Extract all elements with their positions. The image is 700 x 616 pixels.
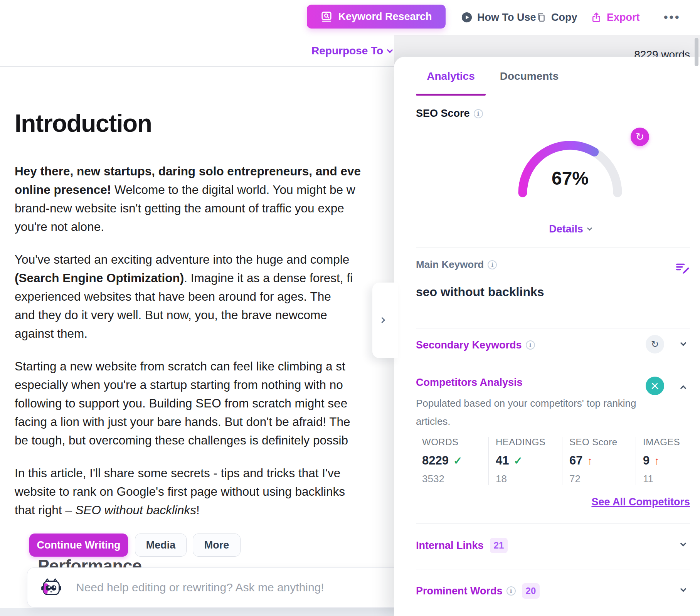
more-menu-button[interactable]: •••: [664, 0, 681, 35]
main-keyword-value: seo without backlinks: [416, 285, 544, 299]
refresh-score-button[interactable]: ↻: [631, 128, 649, 146]
stat-value: 8229✓: [422, 454, 485, 468]
active-tab-underline: [416, 94, 486, 96]
secondary-keywords-header[interactable]: Secondary Keywords i: [416, 333, 535, 357]
prominent-words-count-badge: 20: [522, 583, 540, 599]
repurpose-to-label: Repurpose To: [311, 45, 383, 57]
export-button[interactable]: Export: [591, 0, 640, 35]
ai-chat-bar[interactable]: Need help editing or rewriting? Ask me a…: [27, 567, 416, 608]
repurpose-to-dropdown[interactable]: Repurpose To: [311, 39, 392, 62]
competitors-subtitle: Populated based on your competitors' top…: [416, 394, 647, 431]
copy-icon: [536, 12, 547, 23]
keyword-research-label: Keyword Research: [338, 11, 432, 23]
seo-score-value: 67%: [508, 168, 632, 189]
keyword-research-button[interactable]: Keyword Research: [307, 5, 446, 29]
stat-seo-score: SEO Score67↑72: [562, 437, 636, 485]
divider: [416, 523, 690, 524]
divider: [416, 364, 690, 364]
internal-links-count-badge: 21: [490, 538, 508, 553]
chevron-right-icon: [379, 317, 385, 323]
info-icon[interactable]: i: [526, 340, 535, 350]
stat-value: 9↑: [643, 454, 686, 468]
export-label: Export: [607, 12, 640, 24]
check-icon: ✓: [513, 455, 522, 467]
competitors-analysis-label: Competitors Analysis: [416, 377, 523, 389]
main-keyword-label: Main Keyword: [416, 259, 484, 271]
scrollbar-thumb[interactable]: [695, 38, 698, 66]
stat-label: WORDS: [422, 437, 485, 448]
tools-icon[interactable]: [646, 377, 664, 395]
prominent-words-label: Prominent Words: [416, 585, 503, 597]
play-icon: [461, 12, 473, 23]
analytics-panel: Analytics Documents SEO Score i 67% ↻: [394, 57, 700, 616]
competitor-stats: WORDS8229✓3532HEADINGS41✓18SEO Score67↑7…: [422, 437, 690, 485]
stat-words: WORDS8229✓3532: [422, 437, 488, 485]
divider: [416, 328, 690, 328]
continue-writing-button[interactable]: Continue Writing: [29, 534, 128, 557]
chevron-down-icon: [387, 47, 393, 53]
top-header: Keyword Research How To Use Copy: [0, 0, 700, 35]
toolbar-divider: [0, 66, 397, 67]
stat-headings: HEADINGS41✓18: [488, 437, 562, 485]
robot-avatar: [40, 577, 62, 597]
prominent-words-header[interactable]: Prominent Words i 20: [416, 579, 540, 603]
chevron-down-icon[interactable]: [680, 340, 687, 346]
info-icon[interactable]: i: [474, 109, 483, 118]
chevron-up-icon[interactable]: [680, 385, 687, 392]
chevron-down-icon: [587, 226, 592, 231]
stat-images: IMAGES9↑11: [636, 437, 690, 485]
how-to-use-button[interactable]: How To Use: [461, 0, 536, 35]
info-icon[interactable]: i: [488, 260, 497, 269]
internal-links-header[interactable]: Internal Links 21: [416, 534, 508, 557]
edit-keyword-icon[interactable]: [675, 260, 690, 277]
up-arrow-icon: ↑: [654, 455, 660, 467]
check-icon: ✓: [453, 455, 462, 467]
up-arrow-icon: ↑: [587, 455, 592, 467]
stat-value: 67↑: [569, 454, 632, 468]
seo-score-header: SEO Score i: [416, 108, 483, 119]
tab-documents[interactable]: Documents: [498, 65, 560, 88]
seo-score-label: SEO Score: [416, 108, 470, 119]
tab-analytics[interactable]: Analytics: [416, 65, 486, 88]
see-all-competitors-link[interactable]: See All Competitors: [591, 496, 690, 508]
stat-competitor-value: 18: [496, 473, 558, 485]
stat-label: HEADINGS: [496, 437, 558, 448]
divider: [416, 247, 690, 247]
stat-competitor-value: 3532: [422, 473, 485, 485]
secondary-keywords-label: Secondary Keywords: [416, 339, 522, 351]
more-button[interactable]: More: [193, 534, 241, 557]
competitors-header[interactable]: Competitors Analysis: [416, 377, 523, 389]
info-icon[interactable]: i: [506, 586, 516, 596]
stat-competitor-value: 11: [643, 473, 686, 485]
stat-competitor-value: 72: [569, 473, 632, 485]
chat-input[interactable]: Need help editing or rewriting? Ask me a…: [76, 581, 324, 594]
copy-button[interactable]: Copy: [536, 0, 577, 35]
divider: [416, 569, 690, 569]
main-keyword-header: Main Keyword i: [416, 259, 497, 271]
chevron-down-icon[interactable]: [680, 540, 687, 547]
refresh-keywords-button[interactable]: ↻: [646, 335, 664, 353]
details-toggle[interactable]: Details: [508, 223, 632, 235]
panel-collapse-handle[interactable]: [372, 283, 398, 358]
how-to-use-label: How To Use: [477, 12, 536, 24]
stat-label: SEO Score: [569, 437, 632, 448]
chevron-down-icon[interactable]: [680, 586, 687, 592]
copy-label: Copy: [551, 12, 577, 24]
stat-label: IMAGES: [643, 437, 686, 448]
internal-links-label: Internal Links: [416, 540, 484, 552]
details-label: Details: [549, 223, 583, 235]
export-icon: [591, 12, 602, 23]
stat-value: 41✓: [496, 454, 558, 468]
media-button[interactable]: Media: [135, 534, 187, 557]
keyword-research-icon: [320, 10, 333, 23]
